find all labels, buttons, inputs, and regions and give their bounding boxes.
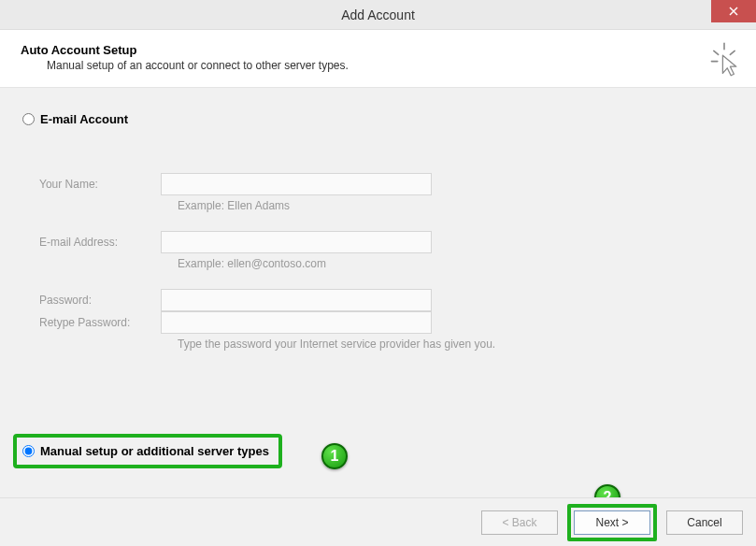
- header-subtitle: Manual setup of an account or connect to…: [47, 59, 745, 72]
- wizard-footer: < Back Next > Cancel: [0, 497, 756, 546]
- email-label: E-mail Address:: [39, 236, 161, 249]
- svg-line-4: [730, 50, 735, 54]
- wizard-body: E-mail Account Your Name: Example: Ellen…: [0, 88, 756, 512]
- radio-manual-label: Manual setup or additional server types: [40, 444, 269, 458]
- password-hint: Type the password your Internet service …: [178, 338, 734, 351]
- email-form-block: Your Name: Example: Ellen Adams E-mail A…: [39, 173, 734, 351]
- name-hint: Example: Ellen Adams: [178, 199, 734, 212]
- next-button[interactable]: Next >: [574, 510, 650, 535]
- back-button: < Back: [481, 510, 558, 535]
- callout-badge-1: 1: [321, 443, 348, 469]
- radio-manual-highlight: Manual setup or additional server types: [13, 434, 282, 468]
- cursor-sparkle-icon: [709, 41, 739, 79]
- radio-manual-input[interactable]: [22, 445, 35, 457]
- password-input: [161, 289, 432, 311]
- retype-input: [161, 311, 432, 334]
- password-label: Password:: [39, 294, 161, 307]
- svg-line-3: [714, 50, 719, 54]
- close-icon: [729, 7, 738, 16]
- name-input: [161, 173, 432, 195]
- radio-email-input[interactable]: [22, 113, 35, 125]
- close-button[interactable]: [711, 0, 756, 22]
- email-input: [161, 231, 432, 253]
- header-title: Auto Account Setup: [21, 43, 745, 57]
- cancel-button[interactable]: Cancel: [666, 510, 743, 535]
- next-button-highlight: Next >: [567, 504, 657, 541]
- wizard-header: Auto Account Setup Manual setup of an ac…: [0, 30, 756, 88]
- window-title: Add Account: [341, 7, 415, 22]
- name-label: Your Name:: [39, 178, 161, 191]
- email-hint: Example: ellen@contoso.com: [178, 257, 734, 270]
- radio-email-label: E-mail Account: [40, 112, 128, 126]
- retype-label: Retype Password:: [39, 316, 161, 329]
- radio-email-account[interactable]: E-mail Account: [22, 112, 734, 126]
- title-bar: Add Account: [0, 0, 756, 30]
- radio-manual-setup[interactable]: Manual setup or additional server types: [22, 444, 269, 458]
